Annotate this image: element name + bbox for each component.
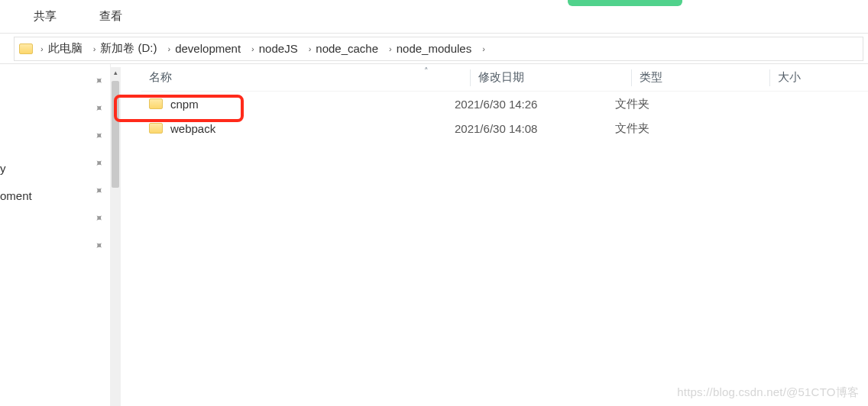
file-name: cnpm [170,98,199,111]
crumb-label: 此电脑 [48,41,83,56]
file-date: 2021/6/30 14:26 [455,98,615,111]
crumb-node-cache[interactable]: › node_cache [303,42,381,55]
ribbon-tabs: 共享 查看 [0,0,868,34]
folder-icon [149,98,163,109]
crumb-trailing[interactable]: › [476,44,491,53]
crumb-label: nodeJS [259,42,298,55]
crumb-drive-d[interactable]: › 新加卷 (D:) [87,41,160,56]
nav-item-fragment[interactable]: y [0,162,6,175]
file-row[interactable]: webpack 2021/6/30 14:08 文件夹 [141,116,868,140]
pin-icon: ✦ [92,101,107,116]
pin-icon: ✦ [92,73,107,89]
crumb-label: development [175,42,241,55]
sort-indicator-icon: ˄ [424,66,429,76]
crumb-nodejs[interactable]: › nodeJS [245,42,301,55]
folder-icon [19,44,33,54]
pin-icon: ✦ [92,156,107,171]
chevron-right-icon: › [479,44,488,53]
crumb-label: node_cache [316,42,378,55]
chevron-right-icon: › [37,44,47,53]
file-date: 2021/6/30 14:08 [455,122,615,135]
chevron-right-icon: › [165,44,174,53]
header-type[interactable]: 类型 [632,70,769,85]
header-label: 修改日期 [471,70,524,83]
chevron-right-icon: › [386,44,395,53]
crumb-label: node_modules [397,42,471,55]
nav-pane-fragment: ✦ ✦ ✦ ✦ ✦ ✦ ✦ y oment ▴ [0,64,111,406]
header-label: 大小 [770,70,801,83]
main-area: ✦ ✦ ✦ ✦ ✦ ✦ ✦ y oment ▴ ˄ 名称 修改日期 类型 大小 … [0,64,868,406]
chevron-right-icon: › [90,44,99,53]
header-date[interactable]: 修改日期 [471,70,631,85]
file-type: 文件夹 [615,97,753,111]
chevron-right-icon: › [306,44,315,53]
file-list: ˄ 名称 修改日期 类型 大小 cnpm 2021/6/30 14:26 文件夹… [111,64,868,406]
crumb-this-pc[interactable]: › 此电脑 [34,41,86,56]
file-name: webpack [170,122,215,135]
tab-view[interactable]: 查看 [89,5,133,28]
green-dropdown-fragment [568,0,682,6]
header-size[interactable]: 大小 [770,70,868,85]
folder-icon [149,123,163,134]
tab-share[interactable]: 共享 [23,5,67,28]
watermark-text: https://blog.csdn.net/@51CTO博客 [677,385,859,400]
crumb-development[interactable]: › development [162,42,245,55]
pin-icon: ✦ [92,183,107,198]
pin-icon: ✦ [92,211,107,226]
chevron-right-icon: › [248,44,257,53]
crumb-label: 新加卷 (D:) [100,41,157,56]
pin-icon: ✦ [92,238,107,253]
address-bar[interactable]: › 此电脑 › 新加卷 (D:) › development › nodeJS … [14,37,863,61]
header-name[interactable]: 名称 [141,70,470,85]
address-row: › 此电脑 › 新加卷 (D:) › development › nodeJS … [0,34,868,64]
header-label: 类型 [632,70,662,83]
column-headers: 名称 修改日期 类型 大小 [141,64,868,92]
header-label: 名称 [149,70,172,85]
pin-icon: ✦ [92,128,107,143]
nav-item-fragment[interactable]: oment [0,189,32,202]
file-row[interactable]: cnpm 2021/6/30 14:26 文件夹 [141,92,868,116]
file-type: 文件夹 [615,121,753,136]
crumb-node-modules[interactable]: › node_modules [383,42,474,55]
